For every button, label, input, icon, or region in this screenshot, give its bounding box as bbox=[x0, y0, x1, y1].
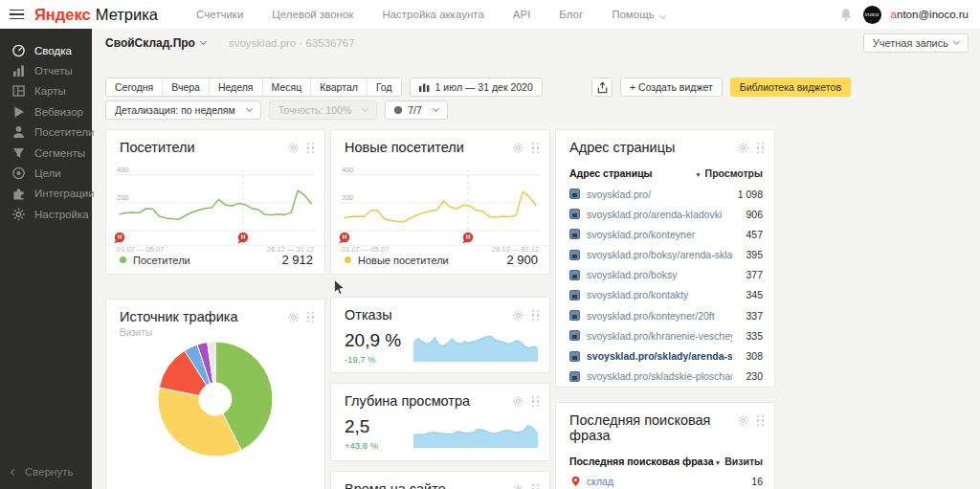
widget-drag-handle-icon[interactable] bbox=[757, 415, 764, 427]
sidebar-item-label: Карты bbox=[34, 85, 66, 97]
metric-value: 2,5 bbox=[345, 416, 378, 437]
widget-title: Глубина просмотра bbox=[345, 394, 512, 410]
legend-label: Новые посетители bbox=[358, 255, 449, 266]
account-button[interactable]: Учетная запись bbox=[863, 33, 969, 53]
sidebar-item-integrations[interactable]: Интеграции bbox=[0, 184, 92, 204]
nav-item[interactable]: API bbox=[513, 9, 531, 20]
bounces-sparkline bbox=[413, 325, 538, 364]
nav-item[interactable]: Блог bbox=[559, 9, 583, 20]
page-url-link[interactable]: svoysklad.pro/sklady/arenda-sklada-1… bbox=[587, 350, 732, 362]
chevron-left-icon bbox=[11, 468, 17, 475]
site-favicon-icon bbox=[569, 209, 580, 219]
segment-select[interactable]: 7/7 bbox=[385, 100, 448, 120]
page-url-rows: svoysklad.pro/1 098svoysklad.pro/arenda-… bbox=[556, 184, 774, 387]
page-url-link[interactable]: svoysklad.pro/skladskie-ploschadki bbox=[587, 370, 732, 382]
widget-settings-icon[interactable] bbox=[512, 309, 524, 322]
column-header-visits[interactable]: ▼Визиты bbox=[715, 456, 763, 467]
sidebar-item-reports[interactable]: Отчеты bbox=[0, 60, 92, 80]
widget-drag-handle-icon[interactable] bbox=[532, 143, 539, 154]
search-phrase-rows: склад16Яхранение вещей15 bbox=[556, 472, 774, 489]
views-value: 906 bbox=[746, 209, 763, 220]
period-button[interactable]: Вчера bbox=[163, 78, 210, 96]
chevron-down-icon bbox=[953, 38, 960, 45]
svg-text:H: H bbox=[118, 233, 122, 240]
widget-drag-handle-icon[interactable] bbox=[532, 484, 539, 489]
nav-help[interactable]: Помощь bbox=[612, 9, 664, 20]
search-phrase-link[interactable]: склад bbox=[587, 476, 613, 487]
metric-value: 20,9 % bbox=[345, 330, 401, 351]
goals-icon bbox=[11, 166, 26, 181]
column-header-views[interactable]: ▼Просмотры bbox=[695, 167, 763, 179]
widget-settings-icon[interactable] bbox=[512, 395, 524, 408]
widget-title: Отказы bbox=[345, 308, 512, 323]
page-url-link[interactable]: svoysklad.pro/kontakty bbox=[587, 289, 732, 300]
nav-item[interactable]: Счетчики bbox=[196, 9, 243, 20]
column-header-phrase[interactable]: Последняя поисковая фраза bbox=[569, 456, 713, 467]
chevron-down-icon bbox=[246, 105, 253, 112]
chevron-down-icon bbox=[659, 12, 666, 19]
toolbar-filters: Детализация: по неделям Точность: 100% 7… bbox=[105, 100, 448, 120]
period-button[interactable]: Сегодня bbox=[106, 78, 163, 96]
top-nav: СчетчикиЦелевой звонокНастройка аккаунта… bbox=[196, 9, 665, 20]
sidebar-item-label: Цели bbox=[34, 167, 61, 179]
sidebar-item-visitors[interactable]: Посетители bbox=[0, 122, 92, 143]
create-widget-button[interactable]: + Создать виджет bbox=[620, 78, 723, 97]
sidebar-item-dashboard[interactable]: Сводка bbox=[0, 40, 92, 60]
avatar[interactable]: inoco bbox=[863, 6, 881, 24]
sidebar-item-label: Сегменты bbox=[34, 147, 85, 159]
widget-settings-icon[interactable] bbox=[512, 142, 524, 154]
integrations-icon bbox=[11, 186, 26, 201]
widget-drag-handle-icon[interactable] bbox=[532, 310, 539, 322]
yandex-metrika-logo[interactable]: Яндекс Метрика bbox=[34, 6, 158, 24]
nav-item[interactable]: Целевой звонок bbox=[272, 9, 353, 20]
sidebar-collapse-button[interactable]: Свернуть bbox=[11, 466, 73, 478]
svg-text:400: 400 bbox=[117, 166, 129, 174]
counter-switcher[interactable]: СвойСклад.Про bbox=[105, 36, 206, 50]
nav-item[interactable]: Настройка аккаунта bbox=[382, 9, 483, 20]
widget-drag-handle-icon[interactable] bbox=[532, 396, 539, 408]
sidebar-item-webvisor[interactable]: Вебвизор bbox=[0, 101, 92, 122]
widget-settings-icon[interactable] bbox=[737, 142, 749, 154]
widget-settings-icon[interactable] bbox=[287, 311, 300, 323]
page-url-link[interactable]: svoysklad.pro/konteyner/20ft bbox=[587, 310, 732, 322]
table-row: svoysklad.pro/boksy377 bbox=[556, 265, 774, 285]
views-value: 230 bbox=[746, 370, 763, 382]
period-group: СегодняВчераНеделяМесяцКварталГод bbox=[105, 78, 402, 97]
widget-drag-handle-icon[interactable] bbox=[307, 312, 314, 323]
widget-drag-handle-icon[interactable] bbox=[307, 143, 314, 154]
widget-drag-handle-icon[interactable] bbox=[757, 143, 764, 154]
page-url-link[interactable]: svoysklad.pro/boksy bbox=[587, 269, 732, 280]
sidebar-item-maps[interactable]: Карты bbox=[0, 81, 92, 101]
column-header-url[interactable]: Адрес страницы bbox=[569, 167, 653, 179]
export-button[interactable] bbox=[591, 78, 612, 97]
page-url-link[interactable]: svoysklad.pro/ bbox=[587, 189, 732, 200]
page-url-link[interactable]: svoysklad.pro/konteyner bbox=[587, 229, 732, 240]
sidebar-item-segments[interactable]: Сегменты bbox=[0, 143, 92, 163]
logo-metrika: Метрика bbox=[96, 6, 158, 24]
bell-icon[interactable] bbox=[838, 8, 854, 22]
page-url-link[interactable]: svoysklad.pro/khranenie-veschey bbox=[587, 330, 732, 342]
widget-library-button[interactable]: Библиотека виджетов bbox=[730, 78, 851, 97]
period-button[interactable]: Квартал bbox=[311, 78, 368, 96]
maps-icon bbox=[11, 83, 26, 99]
widget-settings-icon[interactable] bbox=[512, 483, 524, 489]
widget-settings-icon[interactable] bbox=[287, 142, 300, 154]
widget-time-on-site: Время на сайте bbox=[330, 471, 550, 489]
sidebar-item-settings[interactable]: Настройка bbox=[0, 204, 92, 224]
period-button[interactable]: Месяц bbox=[263, 78, 312, 96]
period-button[interactable]: Неделя bbox=[210, 78, 263, 96]
user-email[interactable]: anton@inoco.ru bbox=[891, 9, 969, 20]
page-url-link[interactable]: svoysklad.pro/arenda-kladovki bbox=[587, 209, 732, 220]
detail-select[interactable]: Детализация: по неделям bbox=[105, 100, 261, 120]
settings-icon bbox=[11, 207, 26, 222]
widget-settings-icon[interactable] bbox=[737, 414, 749, 427]
page-url-link[interactable]: svoysklad.pro/boksy/arenda-sklada-1… bbox=[587, 249, 732, 260]
hamburger-menu-icon[interactable] bbox=[10, 10, 24, 20]
date-range-button[interactable]: 1 июл — 31 дек 2020 bbox=[410, 78, 543, 97]
table-row: svoysklad.pro/konteyner457 bbox=[556, 224, 774, 244]
sidebar-item-goals[interactable]: Цели bbox=[0, 163, 92, 183]
accuracy-select[interactable]: Точность: 100% bbox=[269, 100, 378, 120]
webvisor-icon bbox=[11, 104, 26, 120]
table-row: svoysklad.pro/kontakty345 bbox=[556, 285, 774, 305]
period-button[interactable]: Год bbox=[368, 78, 401, 96]
